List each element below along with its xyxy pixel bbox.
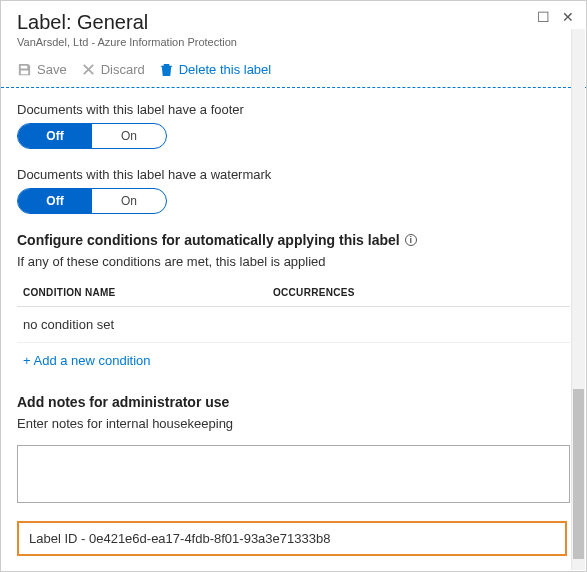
conditions-helper: If any of these conditions are met, this… [17, 254, 570, 269]
discard-button[interactable]: Discard [81, 62, 145, 77]
conditions-heading: Configure conditions for automatically a… [17, 232, 570, 248]
footer-toggle-off[interactable]: Off [18, 124, 92, 148]
discard-label: Discard [101, 62, 145, 77]
notes-helper: Enter notes for internal housekeeping [17, 416, 570, 431]
footer-option-label: Documents with this label have a footer [17, 102, 570, 117]
conditions-table-header: CONDITION NAME OCCURRENCES [17, 279, 570, 307]
watermark-toggle-on[interactable]: On [92, 189, 166, 213]
delete-label-text: Delete this label [179, 62, 272, 77]
discard-icon [81, 62, 96, 77]
trash-icon [159, 62, 174, 77]
conditions-heading-text: Configure conditions for automatically a… [17, 232, 400, 248]
watermark-toggle-off[interactable]: Off [18, 189, 92, 213]
conditions-empty-row: no condition set [17, 307, 570, 343]
maximize-icon[interactable]: ☐ [537, 9, 550, 25]
scrollbar-thumb[interactable] [573, 389, 584, 559]
scrollbar[interactable] [571, 29, 585, 570]
panel-header: Label: General VanArsdel, Ltd - Azure In… [1, 1, 586, 54]
delete-label-button[interactable]: Delete this label [159, 62, 272, 77]
panel-subtitle: VanArsdel, Ltd - Azure Information Prote… [17, 36, 570, 48]
save-label: Save [37, 62, 67, 77]
close-icon[interactable]: ✕ [562, 9, 574, 25]
watermark-option-label: Documents with this label have a waterma… [17, 167, 570, 182]
toolbar: Save Discard Delete this label [1, 54, 586, 88]
notes-textarea[interactable] [17, 445, 570, 503]
panel-title: Label: General [17, 11, 570, 34]
add-condition-link[interactable]: + Add a new condition [17, 343, 570, 378]
col-occurrences: OCCURRENCES [273, 287, 564, 298]
footer-toggle[interactable]: Off On [17, 123, 167, 149]
info-icon[interactable]: i [405, 234, 417, 246]
watermark-toggle[interactable]: Off On [17, 188, 167, 214]
save-icon [17, 62, 32, 77]
content-area: Documents with this label have a footer … [1, 88, 586, 568]
label-id-box: Label ID - 0e421e6d-ea17-4fdb-8f01-93a3e… [17, 521, 567, 556]
footer-toggle-on[interactable]: On [92, 124, 166, 148]
notes-heading: Add notes for administrator use [17, 394, 570, 410]
save-button[interactable]: Save [17, 62, 67, 77]
col-condition-name: CONDITION NAME [23, 287, 273, 298]
